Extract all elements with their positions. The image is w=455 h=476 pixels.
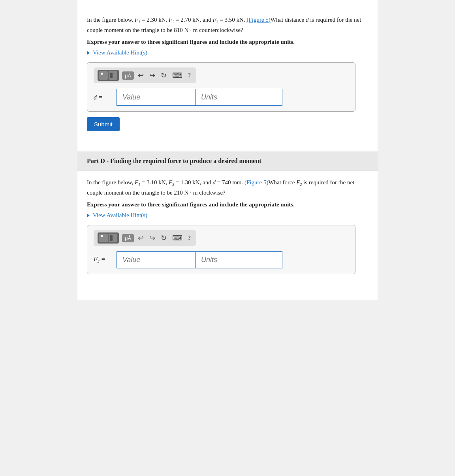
svg-rect-12 (113, 235, 116, 238)
redo-btn-c[interactable]: ↪ (148, 71, 157, 80)
hint-arrow-c (87, 51, 90, 55)
d-var-d: d (212, 179, 216, 186)
svg-rect-0 (101, 73, 103, 75)
value-input-c[interactable] (117, 89, 196, 106)
redo-btn-d[interactable]: ↪ (148, 234, 157, 242)
part-d-instruction: Express your answer to three significant… (87, 201, 368, 208)
input-row-d: F2 = (94, 251, 349, 268)
svg-rect-9 (101, 238, 103, 240)
svg-rect-7 (101, 235, 103, 237)
submit-btn-c[interactable]: Submit (87, 117, 120, 131)
f2-var: F2 (169, 17, 174, 23)
f1-var: F1 (135, 17, 140, 23)
f3-var: F3 (212, 17, 218, 23)
svg-rect-5 (113, 73, 116, 75)
hint-label-d: View Available Hint(s) (93, 212, 147, 219)
f2-var-d: F2 (296, 179, 302, 186)
format-btn-group-c (98, 70, 119, 81)
help-btn-c[interactable]: ? (186, 72, 192, 79)
part-d-problem: In the figure below, F1 = 3.10 kN, F3 = … (87, 178, 368, 197)
hint-label-c: View Available Hint(s) (93, 49, 147, 56)
var-label-c: d = (94, 94, 113, 101)
hint-link-c[interactable]: View Available Hint(s) (87, 49, 368, 56)
layout-icon-c[interactable] (109, 71, 117, 80)
matrix-icon-d[interactable] (99, 234, 108, 242)
mu-btn-c[interactable]: μÅ (122, 71, 134, 80)
f3-var-d: F3 (169, 179, 174, 186)
refresh-btn-c[interactable]: ↻ (159, 71, 168, 80)
units-input-c[interactable] (196, 89, 282, 106)
mu-btn-d[interactable]: μÅ (122, 234, 134, 242)
svg-rect-11 (110, 235, 113, 241)
hint-arrow-d (87, 214, 90, 217)
svg-rect-3 (103, 75, 105, 77)
d-var-c: d (306, 17, 309, 23)
figure5-link-c[interactable]: (Figure 5) (246, 17, 270, 23)
format-btn-group-d (98, 232, 119, 244)
part-d-header: Part D - Finding the required force to p… (77, 152, 378, 171)
undo-btn-c[interactable]: ↩ (136, 71, 145, 80)
answer-box-d: μÅ ↩ ↪ ↻ ⌨ ? F2 = (87, 225, 355, 274)
help-btn-d[interactable]: ? (186, 234, 192, 242)
svg-rect-6 (113, 76, 116, 78)
f1-var-d: F1 (135, 179, 140, 186)
part-c-section: In the figure below, F1 = 2.30 kN, F2 = … (77, 8, 378, 152)
part-c-instruction: Express your answer to three significant… (87, 39, 368, 45)
units-input-d[interactable] (196, 251, 282, 268)
svg-rect-4 (110, 73, 113, 78)
keyboard-btn-c[interactable]: ⌨ (171, 71, 184, 80)
var-label-d: F2 = (94, 256, 113, 264)
figure5-link-d[interactable]: (Figure 5) (244, 179, 268, 186)
toolbar-c: μÅ ↩ ↪ ↻ ⌨ ? (94, 67, 196, 83)
part-d-desc: - Finding the required force to produce … (105, 157, 261, 164)
svg-rect-10 (103, 238, 105, 240)
layout-icon-d[interactable] (109, 234, 117, 242)
matrix-icon-c[interactable] (99, 71, 108, 80)
hint-link-d[interactable]: View Available Hint(s) (87, 212, 368, 219)
undo-btn-d[interactable]: ↩ (136, 234, 145, 242)
input-row-c: d = (94, 89, 349, 106)
refresh-btn-d[interactable]: ↻ (159, 234, 168, 242)
answer-box-c: μÅ ↩ ↪ ↻ ⌨ ? d = (87, 62, 355, 112)
svg-rect-13 (113, 238, 116, 241)
part-d-section: In the figure below, F1 = 3.10 kN, F3 = … (77, 171, 378, 289)
part-c-problem: In the figure below, F1 = 2.30 kN, F2 = … (87, 15, 368, 35)
svg-rect-8 (103, 235, 105, 237)
svg-rect-1 (103, 73, 105, 75)
keyboard-btn-d[interactable]: ⌨ (171, 234, 184, 242)
part-d-title: Part D (87, 157, 105, 164)
svg-rect-2 (101, 75, 103, 77)
toolbar-d: μÅ ↩ ↪ ↻ ⌨ ? (94, 230, 196, 246)
value-input-d[interactable] (117, 251, 196, 268)
